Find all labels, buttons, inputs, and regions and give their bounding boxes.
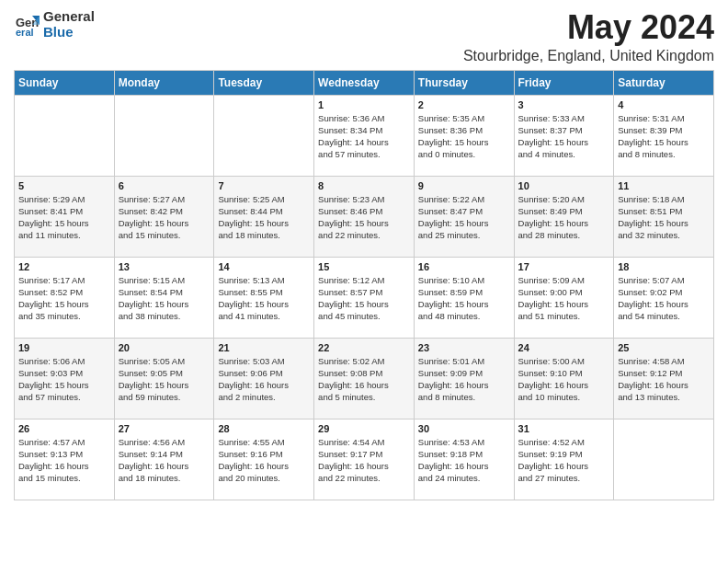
logo-blue: Blue bbox=[43, 25, 95, 40]
cell-info-line: Sunrise: 5:15 AM bbox=[119, 274, 210, 286]
calendar-cell: 29Sunrise: 4:54 AMSunset: 9:17 PMDayligh… bbox=[314, 419, 415, 500]
cell-info-line: and 13 minutes. bbox=[618, 391, 710, 403]
calendar-cell: 14Sunrise: 5:13 AMSunset: 8:55 PMDayligh… bbox=[214, 257, 314, 338]
cell-info-line: Sunrise: 5:09 AM bbox=[518, 274, 610, 286]
calendar-week-3: 12Sunrise: 5:17 AMSunset: 8:52 PMDayligh… bbox=[15, 257, 714, 338]
cell-info-line: Daylight: 15 hours bbox=[119, 217, 210, 229]
cell-info-line: Sunrise: 5:27 AM bbox=[119, 193, 210, 205]
cell-info-line: Sunset: 8:51 PM bbox=[618, 205, 710, 217]
cell-info-line: and 8 minutes. bbox=[418, 391, 510, 403]
cell-info-line: Sunrise: 4:53 AM bbox=[418, 436, 510, 448]
cell-info-line: and 2 minutes. bbox=[218, 391, 310, 403]
calendar-cell: 27Sunrise: 4:56 AMSunset: 9:14 PMDayligh… bbox=[114, 419, 214, 500]
day-number: 20 bbox=[119, 342, 210, 353]
header: Gen eral General Blue May 2024 Stourbrid… bbox=[14, 9, 714, 64]
cell-info-line: and 38 minutes. bbox=[119, 310, 210, 322]
day-number: 23 bbox=[418, 342, 510, 353]
cell-info-line: Sunrise: 4:54 AM bbox=[318, 436, 410, 448]
location: Stourbridge, England, United Kingdom bbox=[463, 48, 714, 64]
calendar-week-4: 19Sunrise: 5:06 AMSunset: 9:03 PMDayligh… bbox=[15, 338, 714, 419]
cell-info-line: Sunset: 8:52 PM bbox=[18, 286, 110, 298]
cell-info-line: Sunset: 8:57 PM bbox=[318, 286, 410, 298]
cell-info-line: Sunset: 9:12 PM bbox=[618, 367, 710, 379]
calendar-cell: 17Sunrise: 5:09 AMSunset: 9:00 PMDayligh… bbox=[514, 257, 614, 338]
cell-info-line: Sunrise: 5:10 AM bbox=[418, 274, 510, 286]
cell-info-line: Sunrise: 5:00 AM bbox=[518, 355, 610, 367]
cell-info-line: and 10 minutes. bbox=[518, 391, 610, 403]
cell-info-line: Sunrise: 5:05 AM bbox=[119, 355, 210, 367]
calendar-cell: 20Sunrise: 5:05 AMSunset: 9:05 PMDayligh… bbox=[114, 338, 214, 419]
cell-info-line: Daylight: 15 hours bbox=[418, 217, 510, 229]
cell-info-line: and 18 minutes. bbox=[218, 229, 310, 241]
calendar-cell bbox=[214, 95, 314, 176]
cell-info-line: Daylight: 15 hours bbox=[18, 298, 110, 310]
cell-info-line: Sunrise: 5:23 AM bbox=[318, 193, 410, 205]
cell-info-line: Daylight: 15 hours bbox=[218, 298, 310, 310]
cell-info-line: and 20 minutes. bbox=[218, 472, 310, 484]
day-number: 12 bbox=[18, 261, 110, 272]
cell-info-line: Sunset: 8:34 PM bbox=[318, 124, 410, 136]
calendar-cell: 3Sunrise: 5:33 AMSunset: 8:37 PMDaylight… bbox=[514, 95, 614, 176]
weekday-header-sunday: Sunday bbox=[15, 70, 115, 95]
calendar-cell: 18Sunrise: 5:07 AMSunset: 9:02 PMDayligh… bbox=[614, 257, 714, 338]
cell-info-line: Sunrise: 4:56 AM bbox=[119, 436, 210, 448]
weekday-header-row: SundayMondayTuesdayWednesdayThursdayFrid… bbox=[15, 70, 714, 95]
cell-info-line: Sunrise: 4:57 AM bbox=[18, 436, 110, 448]
cell-info-line: Sunrise: 5:13 AM bbox=[218, 274, 310, 286]
cell-info-line: Sunset: 9:09 PM bbox=[418, 367, 510, 379]
calendar-cell: 26Sunrise: 4:57 AMSunset: 9:13 PMDayligh… bbox=[15, 419, 115, 500]
cell-info-line: and 45 minutes. bbox=[318, 310, 410, 322]
day-number: 31 bbox=[518, 423, 610, 434]
day-number: 29 bbox=[318, 423, 410, 434]
calendar-cell: 19Sunrise: 5:06 AMSunset: 9:03 PMDayligh… bbox=[15, 338, 115, 419]
day-number: 4 bbox=[618, 99, 710, 110]
cell-info-line: Sunrise: 4:58 AM bbox=[618, 355, 710, 367]
cell-info-line: Sunset: 9:19 PM bbox=[518, 448, 610, 460]
calendar-cell: 30Sunrise: 4:53 AMSunset: 9:18 PMDayligh… bbox=[414, 419, 514, 500]
cell-info-line: and 18 minutes. bbox=[119, 472, 210, 484]
day-number: 26 bbox=[18, 423, 110, 434]
cell-info-line: Sunset: 8:37 PM bbox=[518, 124, 610, 136]
cell-info-line: Sunrise: 5:35 AM bbox=[418, 112, 510, 124]
cell-info-line: Daylight: 16 hours bbox=[318, 460, 410, 472]
cell-info-line: Sunrise: 4:55 AM bbox=[218, 436, 310, 448]
cell-info-line: Sunset: 9:17 PM bbox=[318, 448, 410, 460]
weekday-header-wednesday: Wednesday bbox=[314, 70, 415, 95]
cell-info-line: Sunset: 9:10 PM bbox=[518, 367, 610, 379]
cell-info-line: Sunrise: 5:36 AM bbox=[318, 112, 410, 124]
cell-info-line: Daylight: 15 hours bbox=[618, 298, 710, 310]
cell-info-line: Daylight: 15 hours bbox=[318, 298, 410, 310]
cell-info-line: Sunset: 8:39 PM bbox=[618, 124, 710, 136]
cell-info-line: Daylight: 16 hours bbox=[618, 379, 710, 391]
cell-info-line: Sunrise: 5:25 AM bbox=[218, 193, 310, 205]
cell-info-line: and 51 minutes. bbox=[518, 310, 610, 322]
cell-info-line: and 22 minutes. bbox=[318, 472, 410, 484]
day-number: 1 bbox=[318, 99, 410, 110]
title-area: May 2024 Stourbridge, England, United Ki… bbox=[463, 9, 714, 64]
day-number: 11 bbox=[618, 180, 710, 191]
logo-icon: Gen eral bbox=[14, 12, 40, 38]
cell-info-line: and 24 minutes. bbox=[418, 472, 510, 484]
logo-general: General bbox=[43, 9, 95, 25]
cell-info-line: Daylight: 16 hours bbox=[119, 460, 210, 472]
cell-info-line: Sunset: 9:00 PM bbox=[518, 286, 610, 298]
calendar-cell: 21Sunrise: 5:03 AMSunset: 9:06 PMDayligh… bbox=[214, 338, 314, 419]
cell-info-line: Daylight: 15 hours bbox=[18, 217, 110, 229]
cell-info-line: Sunset: 8:44 PM bbox=[218, 205, 310, 217]
cell-info-line: Sunset: 9:14 PM bbox=[119, 448, 210, 460]
day-number: 8 bbox=[318, 180, 410, 191]
day-number: 24 bbox=[518, 342, 610, 353]
cell-info-line: Daylight: 15 hours bbox=[518, 298, 610, 310]
cell-info-line: Sunrise: 5:22 AM bbox=[418, 193, 510, 205]
day-number: 22 bbox=[318, 342, 410, 353]
cell-info-line: Sunrise: 5:07 AM bbox=[618, 274, 710, 286]
cell-info-line: Daylight: 16 hours bbox=[18, 460, 110, 472]
cell-info-line: Daylight: 15 hours bbox=[18, 379, 110, 391]
cell-info-line: Sunrise: 5:20 AM bbox=[518, 193, 610, 205]
calendar-cell: 31Sunrise: 4:52 AMSunset: 9:19 PMDayligh… bbox=[514, 419, 614, 500]
cell-info-line: and 15 minutes. bbox=[18, 472, 110, 484]
cell-info-line: and 59 minutes. bbox=[119, 391, 210, 403]
day-number: 25 bbox=[618, 342, 710, 353]
cell-info-line: Sunset: 9:05 PM bbox=[119, 367, 210, 379]
cell-info-line: Sunset: 8:41 PM bbox=[18, 205, 110, 217]
